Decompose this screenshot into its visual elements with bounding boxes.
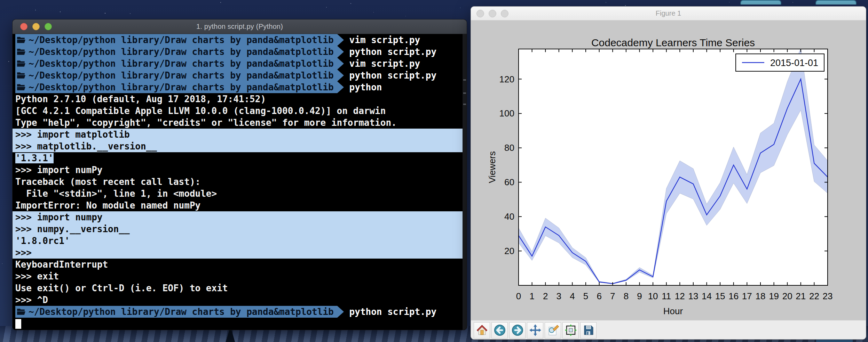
x-tick-label: 23 (823, 291, 833, 301)
terminal-scrollbar[interactable] (463, 34, 467, 330)
back-icon (494, 324, 506, 336)
minimize-button[interactable] (32, 23, 40, 30)
prompt-arrow-icon (337, 306, 344, 318)
forward-button[interactable] (509, 322, 526, 339)
x-tick-label: 5 (583, 291, 588, 301)
folder-icon (17, 47, 26, 56)
prompt-segment: ~/Desktop/python library/Draw charts by … (15, 306, 337, 318)
plot-area (519, 49, 828, 285)
y-tick-label: 80 (504, 142, 514, 153)
prompt-segment: ~/Desktop/python library/Draw charts by … (15, 58, 337, 70)
scrollbar-mark (463, 104, 466, 105)
terminal-line: Python 2.7.10 (default, Aug 17 2018, 17:… (13, 93, 467, 105)
terminal-line: [GCC 4.2.1 Compatible Apple LLVM 10.0.0 … (13, 105, 467, 117)
chart-svg: 0123456789101112131415161718192021222320… (471, 21, 866, 320)
x-tick-label: 17 (742, 291, 752, 301)
x-tick-label: 19 (769, 291, 779, 301)
terminal-line: ~/Desktop/python library/Draw charts by … (13, 46, 467, 58)
background-window-tab (740, 0, 781, 5)
terminal-window: 1. python script.py (Python) ~/Desktop/p… (12, 19, 467, 330)
command-text: python script.py (349, 306, 436, 318)
x-tick-label: 12 (675, 291, 685, 301)
x-tick-label: 11 (662, 291, 671, 301)
terminal-line: ~/Desktop/python library/Draw charts by … (13, 34, 467, 46)
prompt-segment: ~/Desktop/python library/Draw charts by … (15, 81, 337, 93)
terminal-line: >>> (13, 247, 467, 259)
prompt-arrow-icon (337, 70, 344, 81)
background-window-tab (815, 0, 857, 5)
y-tick-label: 20 (504, 246, 514, 256)
background-dock-chip (816, 339, 853, 342)
x-tick-label: 7 (610, 291, 615, 301)
prompt-path: ~/Desktop/python library/Draw charts by … (29, 306, 334, 318)
terminal-line: >>> import matplotlib (13, 129, 467, 140)
figure-title: Figure 1 (656, 9, 681, 17)
figure-title-bar[interactable]: Figure 1 (471, 7, 866, 21)
x-tick-label: 0 (516, 291, 521, 301)
zoom-button-inactive[interactable] (501, 10, 508, 17)
prompt-segment: ~/Desktop/python library/Draw charts by … (15, 46, 337, 58)
figure-traffic-lights (476, 7, 508, 20)
scrollbar-mark (463, 92, 466, 94)
terminal-line (13, 318, 467, 329)
x-tick-label: 16 (728, 291, 739, 301)
x-tick-label: 20 (782, 291, 792, 301)
close-button-inactive[interactable] (476, 10, 484, 17)
pan-button[interactable] (527, 322, 543, 339)
save-button[interactable] (580, 322, 597, 339)
terminal-traffic-lights (20, 19, 52, 34)
forward-icon (511, 324, 524, 336)
y-tick-label: 100 (499, 108, 514, 119)
command-text: vim script.py (349, 34, 420, 46)
pan-icon (529, 324, 542, 336)
zoom-button[interactable] (45, 23, 52, 30)
x-tick-label: 4 (570, 291, 575, 301)
chart-canvas[interactable]: 0123456789101112131415161718192021222320… (471, 21, 866, 320)
command-text: vim script.py (349, 58, 420, 70)
terminal-line: >>> numpy.__version__ (13, 223, 467, 235)
figure-toolbar (471, 320, 866, 340)
terminal-line: >>> import numPy (13, 164, 467, 176)
terminal-title-bar[interactable]: 1. python script.py (Python) (13, 19, 467, 34)
minimize-button-inactive[interactable] (489, 10, 496, 17)
prompt-arrow-icon (337, 58, 344, 70)
subplots-button[interactable] (562, 322, 579, 339)
folder-icon (17, 71, 26, 80)
save-icon (582, 324, 595, 336)
prompt-arrow-icon (337, 46, 344, 58)
folder-icon (17, 35, 26, 44)
terminal-body[interactable]: ~/Desktop/python library/Draw charts by … (13, 34, 467, 330)
terminal-line: File "<stdin>", line 1, in <module> (13, 188, 467, 200)
x-tick-label: 1 (529, 291, 534, 301)
terminal-line: >>> import numpy (13, 211, 467, 223)
x-tick-label: 21 (796, 291, 806, 301)
prompt-path: ~/Desktop/python library/Draw charts by … (29, 70, 334, 81)
x-tick-label: 8 (624, 291, 629, 301)
x-tick-label: 14 (702, 291, 712, 301)
terminal-line: Use exit() or Ctrl-D (i.e. EOF) to exit (13, 282, 467, 294)
zoom-button[interactable] (545, 322, 561, 339)
y-tick-label: 60 (504, 177, 514, 187)
x-tick-label: 15 (715, 291, 725, 301)
terminal-line: KeyboardInterrupt (13, 259, 467, 270)
subplots-icon (565, 324, 577, 336)
terminal-line: >>> ^D (13, 294, 467, 306)
home-button[interactable] (474, 322, 490, 339)
folder-icon (17, 307, 26, 316)
figure-window: Figure 1 0123456789101112131415161718192… (471, 6, 866, 340)
folder-icon (17, 59, 26, 68)
selected-text: '1.3.1' (15, 153, 54, 163)
prompt-path: ~/Desktop/python library/Draw charts by … (29, 34, 334, 46)
command-text: python script.py (349, 70, 436, 81)
y-axis-label: Viewers (487, 151, 497, 183)
prompt-path: ~/Desktop/python library/Draw charts by … (29, 46, 334, 58)
back-button[interactable] (491, 322, 508, 339)
close-button[interactable] (20, 23, 27, 30)
home-icon (476, 324, 488, 336)
y-tick-label: 40 (504, 211, 514, 222)
x-tick-label: 10 (648, 291, 658, 301)
terminal-line: ~/Desktop/python library/Draw charts by … (13, 306, 467, 318)
scrollbar-mark (463, 79, 466, 81)
terminal-line: ImportError: No module named numPy (13, 200, 467, 211)
terminal-line: '1.3.1' (13, 152, 467, 164)
